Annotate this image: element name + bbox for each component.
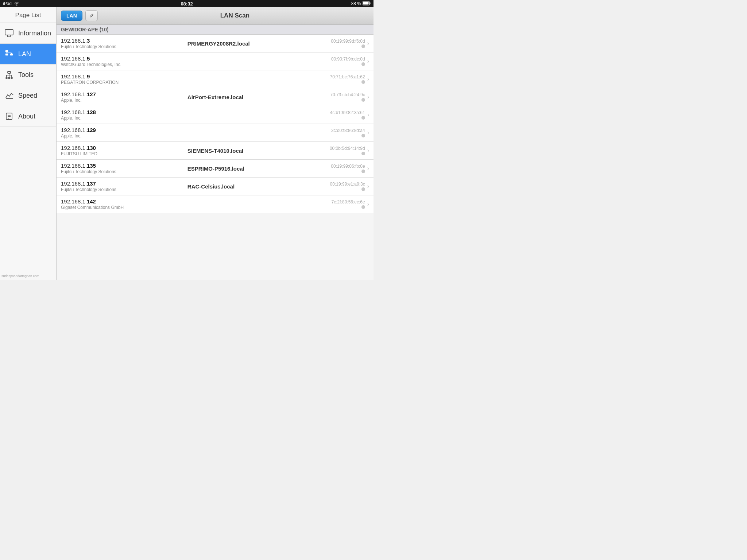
footer-watermark: surlespasddartagnan.com (1, 274, 39, 278)
battery-label: 88 % (351, 1, 361, 6)
chevron-icon: › (367, 147, 369, 154)
sidebar-item-information[interactable]: Information (0, 23, 56, 44)
device-ip: 192.168.1.128 (61, 109, 180, 115)
device-status-dot (361, 152, 365, 155)
chevron-icon: › (367, 183, 369, 190)
device-mac: 4c:b1:99:82:3a:61 (330, 110, 365, 115)
device-status-dot (361, 98, 365, 102)
device-vendor: Fujitsu Technology Solutions (61, 44, 180, 49)
content-area: LAN LAN Scan GEWIDOR-APE (10) 192.168.1.… (57, 7, 374, 280)
svg-rect-8 (5, 54, 8, 55)
chevron-icon: › (367, 76, 369, 82)
lan-icon (4, 49, 15, 59)
sidebar-item-about[interactable]: About (0, 106, 56, 127)
svg-rect-21 (11, 78, 12, 78)
ipad-label: iPad (3, 1, 12, 6)
table-row[interactable]: 192.168.1.130 FUJITSU LIMITED SIEMENS-T4… (57, 142, 374, 160)
battery-icon (363, 1, 371, 7)
svg-rect-23 (6, 113, 12, 120)
scan-list: GEWIDOR-APE (10) 192.168.1.3 Fujitsu Tec… (57, 24, 374, 280)
chevron-icon: › (367, 129, 369, 136)
device-ip: 192.168.1.127 (61, 91, 180, 97)
device-status-dot (361, 62, 365, 66)
device-status-dot (361, 44, 365, 48)
device-info: 192.168.1.3 Fujitsu Technology Solutions (61, 38, 180, 49)
device-vendor: PEGATRON CORPORATION (61, 80, 180, 85)
sidebar-item-lan[interactable]: LAN (0, 44, 56, 65)
table-row[interactable]: 192.168.1.137 Fujitsu Technology Solutio… (57, 178, 374, 195)
device-vendor: Apple, Inc. (61, 98, 180, 103)
device-mac: 00:19:99:06:fb:0e (331, 164, 365, 169)
table-row[interactable]: 192.168.1.127 Apple, Inc. AirPort-Extrem… (57, 88, 374, 106)
svg-rect-19 (6, 78, 7, 78)
table-row[interactable]: 192.168.1.128 Apple, Inc. 4c:b1:99:82:3a… (57, 106, 374, 124)
device-status-dot (361, 134, 365, 137)
device-vendor: Gigaset Communications GmbH (61, 205, 180, 210)
device-hostname: PRIMERGY2008R2.local (180, 40, 307, 47)
device-mac-area: 00:19:99:9d:f6:0d (307, 39, 365, 48)
sidebar: Page List Information (0, 7, 57, 280)
device-vendor: Fujitsu Technology Solutions (61, 169, 180, 174)
device-info: 192.168.1.130 FUJITSU LIMITED (61, 145, 180, 156)
device-vendor: Apple, Inc. (61, 133, 180, 139)
table-row[interactable]: 192.168.1.3 Fujitsu Technology Solutions… (57, 35, 374, 52)
device-vendor: FUJITSU LIMITED (61, 151, 180, 156)
speed-icon (4, 90, 15, 101)
svg-rect-9 (10, 54, 13, 55)
tools-label: Tools (18, 71, 34, 79)
device-vendor: Fujitsu Technology Solutions (61, 187, 180, 192)
about-icon (4, 111, 15, 121)
device-mac: 00:19:99:9d:f6:0d (331, 39, 365, 44)
device-mac: 70:71:bc:76:a1:62 (330, 74, 365, 79)
device-list: 192.168.1.3 Fujitsu Technology Solutions… (57, 35, 374, 213)
device-ip: 192.168.1.129 (61, 127, 180, 133)
table-row[interactable]: 192.168.1.135 Fujitsu Technology Solutio… (57, 160, 374, 178)
toolbar: LAN LAN Scan (57, 7, 374, 24)
device-status-dot (361, 170, 365, 173)
svg-rect-3 (5, 30, 13, 35)
device-hostname: AirPort-Extreme.local (180, 94, 307, 100)
device-hostname: ESPRIMO-P5916.local (180, 166, 307, 172)
device-vendor: WatchGuard Technologies, Inc. (61, 62, 180, 67)
sidebar-item-speed[interactable]: Speed (0, 85, 56, 106)
device-ip: 192.168.1.135 (61, 163, 180, 169)
device-info: 192.168.1.9 PEGATRON CORPORATION (61, 73, 180, 85)
about-label: About (18, 113, 35, 120)
device-ip: 192.168.1.130 (61, 145, 180, 151)
device-mac: 7c:2f:80:56:ec:6e (332, 199, 365, 205)
device-status-dot (361, 187, 365, 191)
status-time: 08:32 (181, 1, 193, 7)
device-mac-area: 00:19:99:e1:a9:3c (307, 182, 365, 191)
device-ip: 192.168.1.5 (61, 55, 180, 62)
monitor-icon (4, 28, 15, 38)
toolbar-title: LAN Scan (101, 12, 369, 19)
device-info: 192.168.1.135 Fujitsu Technology Solutio… (61, 163, 180, 174)
device-mac: 00:0b:5d:94:14:9d (330, 146, 365, 151)
device-mac-area: 4c:b1:99:82:3a:61 (307, 110, 365, 120)
table-row[interactable]: 192.168.1.142 Gigaset Communications Gmb… (57, 195, 374, 213)
sidebar-item-tools[interactable]: Tools (0, 65, 56, 85)
status-right: 88 % (351, 1, 371, 7)
sidebar-title: Page List (0, 7, 56, 23)
chevron-icon: › (367, 40, 369, 47)
svg-rect-13 (8, 71, 11, 73)
table-row[interactable]: 192.168.1.129 Apple, Inc. 3c:d0:f8:86:8d… (57, 124, 374, 142)
lan-button[interactable]: LAN (61, 11, 82, 21)
wifi-icon (14, 1, 20, 7)
chevron-icon: › (367, 165, 369, 172)
device-status-dot (361, 205, 365, 209)
device-mac: 00:90:7f:9b:dc:0d (331, 57, 365, 62)
device-ip: 192.168.1.142 (61, 198, 180, 205)
lan-label: LAN (18, 50, 31, 58)
device-ip: 192.168.1.9 (61, 73, 180, 79)
device-mac-area: 7c:2f:80:56:ec:6e (307, 199, 365, 209)
chevron-icon: › (367, 94, 369, 100)
device-mac-area: 70:73:cb:b4:24:9c (307, 92, 365, 102)
chevron-icon: › (367, 112, 369, 118)
device-hostname: SIEMENS-T4010.local (180, 148, 307, 154)
edit-button[interactable] (85, 10, 98, 21)
device-mac-area: 70:71:bc:76:a1:62 (307, 74, 365, 84)
table-row[interactable]: 192.168.1.5 WatchGuard Technologies, Inc… (57, 52, 374, 70)
chevron-icon: › (367, 201, 369, 207)
table-row[interactable]: 192.168.1.9 PEGATRON CORPORATION 70:71:b… (57, 70, 374, 88)
